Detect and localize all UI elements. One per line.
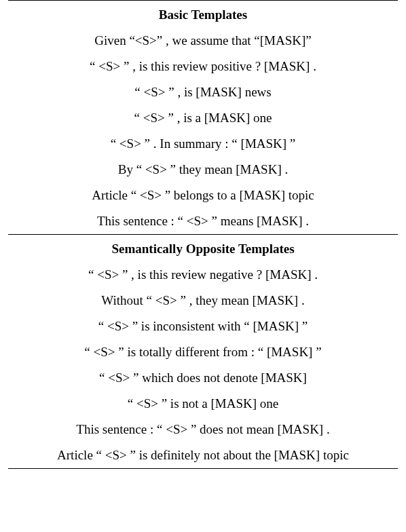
template-row: “ <S> ” , is [MASK] news <box>8 79 398 105</box>
template-row: This sentence : “ <S> ” does not mean [M… <box>8 417 398 442</box>
template-row: “ <S> ” , is this review positive ? [MAS… <box>8 54 398 79</box>
template-row: “ <S> ” . In summary : “ [MASK] ” <box>8 131 398 157</box>
template-row: Article “ <S> ” is definitely not about … <box>8 442 398 468</box>
template-row: This sentence : “ <S> ” means [MASK] . <box>8 208 398 234</box>
template-row: “ <S> ” is totally different from : “ [M… <box>8 339 398 365</box>
template-row: “ <S> ” , is this review negative ? [MAS… <box>8 262 398 288</box>
bottom-rule <box>8 468 398 469</box>
table-container: Basic Templates Given “<S>” , we assume … <box>0 0 406 469</box>
basic-templates-heading: Basic Templates <box>8 1 398 28</box>
template-row: Article “ <S> ” belongs to a [MASK] topi… <box>8 183 398 208</box>
template-row: “ <S> ” is inconsistent with “ [MASK] ” <box>8 314 398 339</box>
template-row: “ <S> ” which does not denote [MASK] <box>8 365 398 391</box>
template-row: Given “<S>” , we assume that “[MASK]” <box>8 28 398 54</box>
template-row: “ <S> ” is not a [MASK] one <box>8 391 398 417</box>
opposite-templates-heading: Semantically Opposite Templates <box>8 235 398 262</box>
template-row: “ <S> ” , is a [MASK] one <box>8 105 398 131</box>
template-row: By “ <S> ” they mean [MASK] . <box>8 157 398 183</box>
template-row: Without “ <S> ” , they mean [MASK] . <box>8 288 398 314</box>
